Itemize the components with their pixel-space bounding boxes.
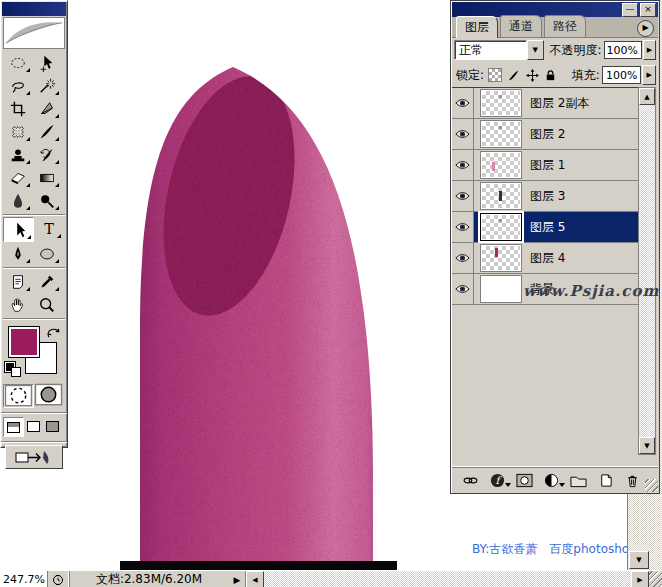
scroll-right-icon[interactable]: ▶ <box>631 571 649 587</box>
layer-thumbnail[interactable] <box>480 151 522 179</box>
clone-stamp-tool-button[interactable] <box>3 143 32 166</box>
lock-pixels-icon[interactable] <box>506 68 520 83</box>
slice-tool-button[interactable] <box>32 97 61 120</box>
visibility-eye-icon[interactable] <box>452 212 474 242</box>
opacity-spinner-icon[interactable]: ▶ <box>643 40 656 60</box>
visibility-eye-icon[interactable] <box>452 274 474 304</box>
lock-row: 锁定: 填充: 100% ▶ <box>454 64 656 86</box>
color-swatch-area <box>3 324 65 382</box>
layer-row[interactable]: 图层 5 <box>452 212 642 243</box>
adjustment-layer-icon[interactable] <box>541 471 561 489</box>
zoom-tool-button[interactable] <box>32 293 61 316</box>
photoshop-workspace: BY:古欲香萧 百度photoshop吧 ▼ T <box>0 0 662 587</box>
magic-wand-tool-button[interactable] <box>32 74 61 97</box>
visibility-eye-icon[interactable] <box>452 181 474 211</box>
pen-tool-button[interactable] <box>3 242 32 265</box>
tab-layers[interactable]: 图层 <box>456 16 498 38</box>
visibility-eye-icon[interactable] <box>452 88 474 118</box>
type-tool-button[interactable]: T <box>34 217 63 240</box>
panel-scroll-up-icon[interactable]: ▲ <box>639 88 655 105</box>
opacity-value[interactable]: 100% <box>604 41 642 59</box>
visibility-eye-icon[interactable] <box>452 150 474 180</box>
document-size-readout: 文档:2.83M/6.20M <box>69 571 229 587</box>
lock-position-icon[interactable] <box>525 68 539 83</box>
layer-row[interactable]: 图层 3 <box>452 181 642 212</box>
marquee-tool-button[interactable] <box>3 51 32 74</box>
blur-tool-button[interactable] <box>3 189 32 212</box>
layer-row[interactable]: 图层 4 <box>452 243 642 274</box>
delete-layer-trash-icon[interactable] <box>622 471 642 489</box>
layer-thumbnail[interactable] <box>480 89 522 117</box>
layer-row[interactable]: 图层 1 <box>452 150 642 181</box>
brush-tool-button[interactable] <box>32 120 61 143</box>
standard-mode-button[interactable] <box>3 384 34 408</box>
layer-name: 图层 3 <box>530 188 565 205</box>
link-layers-icon[interactable] <box>460 471 480 489</box>
shape-tool-button[interactable] <box>32 242 61 265</box>
tool-separator <box>1 441 67 442</box>
lasso-tool-button[interactable] <box>3 74 32 97</box>
layer-name: 图层 5 <box>530 219 565 236</box>
blend-mode-dropdown-icon[interactable]: ▼ <box>527 40 544 60</box>
eyedropper-tool-button[interactable] <box>32 270 61 293</box>
add-layer-mask-icon[interactable] <box>514 471 534 489</box>
notes-tool-button[interactable] <box>3 270 32 293</box>
panel-scroll-down-icon[interactable]: ▼ <box>639 437 655 454</box>
layer-style-icon[interactable]: f <box>487 471 507 489</box>
scroll-down-button[interactable]: ▼ <box>629 551 649 569</box>
layers-panel: — × 图层 通道 路径 ▶ 正常 ▼ 不透明度: 100% ▶ 锁定: 填充:… <box>450 0 660 494</box>
new-layer-set-icon[interactable] <box>568 471 588 489</box>
layer-thumbnail[interactable] <box>480 120 522 148</box>
horizontal-scroll-track[interactable] <box>264 571 631 587</box>
move-tool-button[interactable] <box>32 51 61 74</box>
layer-row[interactable]: 图层 2 <box>452 119 642 150</box>
layer-name: 图层 2 <box>530 126 565 143</box>
fill-spinner-icon[interactable]: ▶ <box>642 65 656 85</box>
tab-paths[interactable]: 路径 <box>544 15 586 37</box>
foreground-color-swatch[interactable] <box>8 326 40 358</box>
horizontal-scrollbar[interactable]: ◀ ▶ <box>245 571 649 587</box>
visibility-eye-icon[interactable] <box>452 119 474 149</box>
layer-thumbnail[interactable] <box>480 213 522 241</box>
panel-resize-grip[interactable] <box>645 479 658 492</box>
gradient-tool-button[interactable] <box>32 166 61 189</box>
crop-tool-button[interactable] <box>3 97 32 120</box>
default-colors-icon[interactable] <box>5 362 21 376</box>
layer-row[interactable]: 图层 2副本 <box>452 88 642 119</box>
zoom-level-input[interactable]: 247.7% <box>0 571 48 587</box>
visibility-eye-icon[interactable] <box>452 243 474 273</box>
watch-icon <box>48 571 69 587</box>
lock-all-icon[interactable] <box>543 68 557 83</box>
fullscreen-menubar-mode-button[interactable] <box>24 417 43 435</box>
window-resize-grip[interactable] <box>649 571 662 587</box>
blend-mode-select[interactable]: 正常 <box>454 40 527 60</box>
status-menu-arrow-icon[interactable]: ▶ <box>229 571 245 587</box>
layer-thumbnail[interactable] <box>480 275 522 303</box>
tab-channels[interactable]: 通道 <box>500 15 542 37</box>
tool-separator <box>3 318 65 319</box>
swap-colors-icon[interactable] <box>45 324 63 338</box>
photoshop-feather-logo[interactable] <box>3 17 65 49</box>
eraser-tool-button[interactable] <box>3 166 32 189</box>
dodge-tool-button[interactable] <box>32 189 61 212</box>
healing-patch-tool-button[interactable] <box>3 120 32 143</box>
standard-screen-mode-button[interactable] <box>3 417 24 437</box>
layer-thumbnail[interactable] <box>480 244 522 272</box>
jump-to-imageready-button[interactable] <box>5 445 63 469</box>
close-button[interactable]: × <box>640 3 656 17</box>
fill-value[interactable]: 100% <box>602 66 642 84</box>
fullscreen-mode-button[interactable] <box>43 417 62 435</box>
lock-transparency-icon[interactable] <box>488 68 502 83</box>
layer-thumbnail[interactable] <box>480 182 522 210</box>
panel-menu-button[interactable]: ▶ <box>637 20 654 37</box>
new-layer-icon[interactable] <box>595 471 615 489</box>
minimize-button[interactable]: — <box>622 3 638 17</box>
panel-scrollbar[interactable]: ▲ ▼ <box>638 87 656 455</box>
toolbox-titlebar[interactable] <box>2 2 66 16</box>
quick-mask-mode-button[interactable] <box>34 384 63 406</box>
scroll-left-icon[interactable]: ◀ <box>246 571 264 587</box>
history-brush-tool-button[interactable] <box>32 143 61 166</box>
path-selection-tool-button[interactable] <box>3 217 34 242</box>
hand-tool-button[interactable] <box>3 293 32 316</box>
tool-grid: T <box>1 50 67 322</box>
